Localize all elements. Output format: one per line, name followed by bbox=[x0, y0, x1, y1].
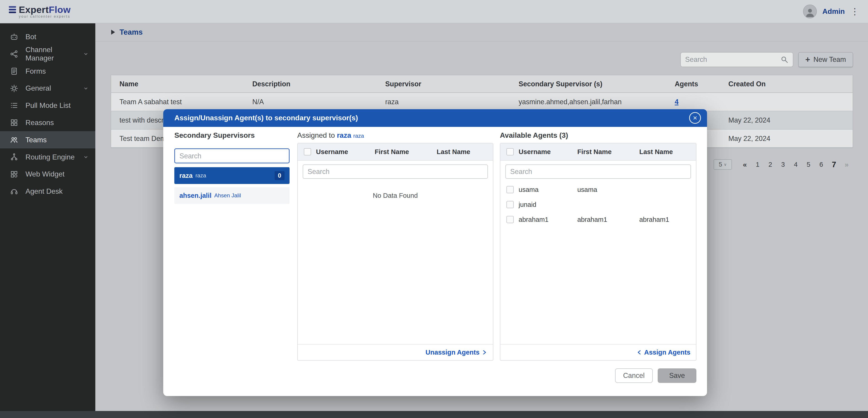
assign-agents-button[interactable]: Assign Agents bbox=[637, 349, 690, 356]
assigned-table-header: Username First Name Last Name bbox=[298, 143, 493, 161]
row-checkbox[interactable] bbox=[506, 216, 514, 223]
supervisor-item-raza[interactable]: raza raza 0 bbox=[174, 167, 289, 184]
supervisor-username: ahsen.jalil bbox=[179, 192, 212, 199]
modal-title: Assign/Unassign Agent(s) to secondary su… bbox=[174, 114, 358, 122]
agent-row[interactable]: abraham1 abraham1 abraham1 bbox=[500, 212, 696, 227]
modal-body: Secondary Supervisors raza raza 0 ahsen.… bbox=[163, 127, 707, 396]
unassign-agents-button[interactable]: Unassign Agents bbox=[426, 349, 488, 356]
cancel-button[interactable]: Cancel bbox=[615, 368, 653, 383]
unassign-agents-label: Unassign Agents bbox=[426, 349, 479, 356]
supervisors-list: raza raza 0 ahsen.jalil Ahsen Jalil bbox=[174, 167, 289, 204]
secondary-supervisors-panel: Secondary Supervisors raza raza 0 ahsen.… bbox=[174, 127, 289, 396]
supervisor-username: raza bbox=[179, 172, 193, 179]
column-header-username: Username bbox=[519, 148, 577, 156]
assigned-count-badge: 0 bbox=[275, 171, 285, 180]
assigned-supervisor-fullname: raza bbox=[353, 133, 364, 139]
agent-row[interactable]: usama usama bbox=[500, 182, 696, 197]
assign-agents-modal: Assign/Unassign Agent(s) to secondary su… bbox=[163, 109, 707, 396]
available-agents-table: Username First Name Last Name usama usam… bbox=[500, 143, 696, 361]
no-data-found-text: No Data Found bbox=[298, 192, 493, 199]
supervisor-item-ahsen-jalil[interactable]: ahsen.jalil Ahsen Jalil bbox=[174, 187, 289, 204]
chevron-left-icon bbox=[637, 350, 642, 355]
assigned-search-box bbox=[298, 161, 493, 182]
supervisors-search-input[interactable] bbox=[180, 152, 285, 160]
row-checkbox[interactable] bbox=[506, 186, 514, 193]
assigned-heading: Assigned to raza raza bbox=[297, 131, 364, 140]
save-button[interactable]: Save bbox=[658, 368, 696, 383]
agent-row[interactable]: junaid bbox=[500, 197, 696, 212]
available-agents-heading: Available Agents (3) bbox=[500, 131, 568, 140]
column-header-first-name: First Name bbox=[375, 148, 437, 156]
assigned-agents-table: Username First Name Last Name No Data Fo… bbox=[297, 143, 493, 361]
assigned-agents-panel: Assigned to raza raza Username First Nam… bbox=[297, 127, 493, 396]
select-all-checkbox[interactable] bbox=[304, 148, 311, 155]
agent-first-name: abraham1 bbox=[577, 216, 639, 223]
available-search-input[interactable] bbox=[505, 165, 691, 179]
modal-actions: Cancel Save bbox=[615, 368, 696, 383]
agent-last-name: abraham1 bbox=[639, 216, 696, 223]
column-header-first-name: First Name bbox=[577, 148, 639, 156]
assigned-supervisor-username: raza bbox=[337, 131, 351, 139]
available-panel-footer: Assign Agents bbox=[500, 344, 696, 360]
close-icon[interactable]: × bbox=[689, 112, 701, 124]
row-checkbox[interactable] bbox=[506, 201, 514, 208]
secondary-supervisors-heading: Secondary Supervisors bbox=[174, 131, 255, 140]
available-agents-panel: Available Agents (3) Username First Name… bbox=[500, 127, 696, 396]
select-all-checkbox[interactable] bbox=[506, 148, 514, 155]
assigned-search-input[interactable] bbox=[303, 165, 488, 179]
assigned-panel-footer: Unassign Agents bbox=[298, 344, 493, 360]
supervisors-search-box bbox=[174, 148, 289, 163]
assigned-heading-prefix: Assigned to bbox=[297, 131, 335, 139]
available-search-box bbox=[500, 161, 696, 182]
column-header-last-name: Last Name bbox=[437, 148, 493, 156]
agent-first-name: usama bbox=[577, 186, 639, 193]
modal-header: Assign/Unassign Agent(s) to secondary su… bbox=[163, 109, 707, 127]
assign-agents-label: Assign Agents bbox=[644, 349, 690, 356]
agent-username: usama bbox=[519, 186, 577, 193]
column-header-username: Username bbox=[316, 148, 375, 156]
app-root: ExpertFlow your callcenter experts Admin… bbox=[0, 0, 868, 418]
supervisor-fullname: Ahsen Jalil bbox=[214, 192, 241, 199]
agent-username: junaid bbox=[519, 201, 577, 208]
chevron-right-icon bbox=[482, 350, 487, 355]
agent-username: abraham1 bbox=[519, 216, 577, 223]
available-table-header: Username First Name Last Name bbox=[500, 143, 696, 161]
supervisor-fullname: raza bbox=[195, 172, 206, 179]
column-header-last-name: Last Name bbox=[639, 148, 696, 156]
